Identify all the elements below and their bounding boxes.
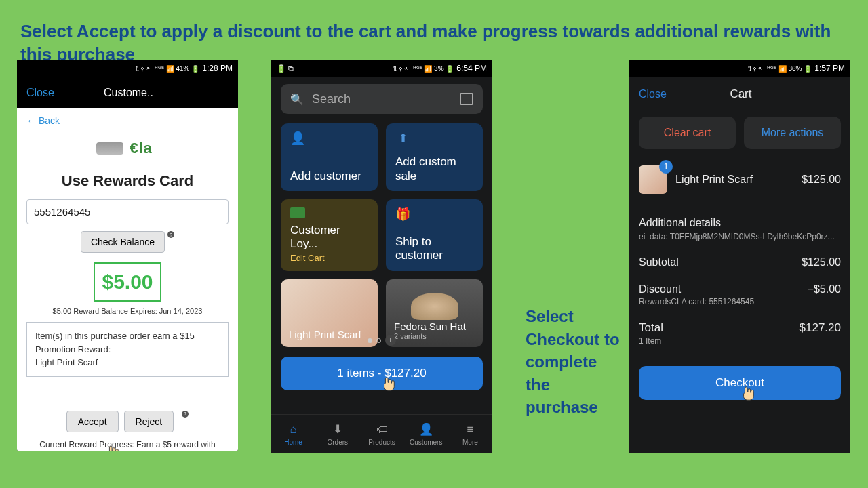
more-actions-button[interactable]: More actions — [744, 117, 841, 149]
tile-sublabel: Edit Cart — [290, 253, 368, 263]
discount-detail: RewardsCLA card: 5551264545 — [639, 297, 754, 306]
add-customer-tile[interactable]: 👤 Add customer — [281, 123, 378, 191]
details-value: ei_data: T0FFMjp8M2NMID0MSs-LDylh9beKcPp… — [639, 232, 841, 241]
cart-line-item[interactable]: 1 Light Print Scarf $125.00 — [639, 165, 841, 194]
nav-more[interactable]: ≡More — [448, 415, 492, 453]
page-dots[interactable]: + — [368, 335, 396, 346]
cart-header: Close Cart — [639, 77, 841, 111]
subtotal-row: Subtotal $125.00 — [639, 256, 841, 268]
help-icon[interactable]: ? — [167, 231, 174, 238]
more-icon: ≡ — [467, 423, 473, 436]
status-icons: ⇅ ⚲ ᯤ ᴴᴳᴱ 📶 36% 🔋 — [748, 65, 812, 73]
check-balance-button[interactable]: Check Balance — [81, 231, 165, 253]
hat-image — [411, 293, 458, 320]
reject-button[interactable]: Reject — [124, 411, 174, 432]
nav-orders[interactable]: ⬇Orders — [315, 415, 359, 453]
clear-cart-button[interactable]: Clear cart — [639, 117, 736, 149]
customer-loyalty-tile[interactable]: Customer Loy... Edit Cart — [281, 199, 378, 271]
card-number-input[interactable]: 5551264545 — [26, 199, 229, 224]
product-name: Light Print Scarf — [289, 329, 370, 340]
total-value: $127.20 — [800, 321, 841, 335]
cart-phone: ⇅ ⚲ ᯤ ᴴᴳᴱ 📶 36% 🔋 1:57 PM Close Cart Cle… — [629, 60, 850, 453]
bottom-nav: ⌂Home ⬇Orders 🏷Products 👤Customers ≡More — [271, 414, 492, 453]
total-row: Total 1 Item $127.20 — [639, 321, 841, 346]
app-header: Close Custome.. — [17, 77, 238, 108]
item-name: Light Print Scarf — [675, 174, 793, 186]
dot-icon — [376, 338, 381, 343]
status-bar: ⇅ ⚲ ᯤ ᴴᴳᴱ 📶 41% 🔋 1:28 PM — [17, 60, 238, 77]
nav-customers[interactable]: 👤Customers — [404, 415, 448, 453]
close-button[interactable]: Close — [26, 87, 54, 99]
status-icons: ⇅ ⚲ ᯤ ᴴᴳᴱ 📶 3% 🔋 — [393, 65, 454, 73]
dot-icon — [368, 338, 372, 343]
cart-body: Close Cart Clear cart More actions 1 Lig… — [629, 77, 850, 453]
total-sub: 1 Item — [639, 336, 663, 346]
tile-label: Add customer — [290, 169, 368, 183]
loyalty-icon — [290, 207, 305, 218]
details-label: Additional details — [639, 217, 841, 229]
checkout-label: Checkout — [715, 376, 764, 390]
add-custom-sale-tile[interactable]: ⬆ Add custom sale — [386, 123, 483, 191]
promo-box: Item(s) in this purchase order earn a $1… — [26, 322, 229, 377]
status-time: 6:54 PM — [456, 64, 487, 73]
status-time: 1:28 PM — [202, 64, 233, 73]
pos-body: 🔍 Search 👤 Add customer ⬆ Add custom sal… — [271, 77, 492, 453]
pos-home-phone: 🔋 ⧉ ⇅ ⚲ ᯤ ᴴᴳᴱ 📶 3% 🔋 6:54 PM 🔍 Search 👤 … — [271, 60, 492, 453]
help-icon[interactable]: ? — [182, 411, 189, 418]
status-bar: ⇅ ⚲ ᯤ ᴴᴳᴱ 📶 36% 🔋 1:57 PM — [629, 60, 850, 77]
product-name: Fedora Sun Hat — [394, 321, 475, 332]
search-placeholder: Search — [312, 92, 452, 106]
status-bar: 🔋 ⧉ ⇅ ⚲ ᯤ ᴴᴳᴱ 📶 3% 🔋 6:54 PM — [271, 60, 492, 77]
product-tile-hat[interactable]: Fedora Sun Hat 2 variants — [386, 279, 483, 347]
progress-text: Current Reward Progress: Earn a $5 rewar… — [17, 439, 238, 451]
customers-icon: 👤 — [419, 422, 433, 436]
discount-label: Discount — [639, 283, 754, 296]
tile-label: Add custom sale — [395, 155, 473, 183]
nav-products[interactable]: 🏷Products — [359, 415, 403, 453]
balance-display: $5.00 — [94, 262, 161, 302]
accept-button[interactable]: Accept — [66, 411, 119, 432]
gift-icon: 🎁 — [395, 207, 410, 221]
home-icon: ⌂ — [290, 423, 296, 436]
logo-row: €la — [17, 136, 238, 161]
promo-text: Item(s) in this purchase order earn a $1… — [35, 329, 220, 356]
nav-home[interactable]: ⌂Home — [271, 415, 315, 453]
quantity-badge: 1 — [659, 160, 673, 174]
products-icon: 🏷 — [376, 423, 388, 436]
barcode-scan-icon[interactable] — [460, 93, 473, 105]
subtotal-value: $125.00 — [802, 256, 841, 268]
search-icon: 🔍 — [290, 93, 304, 106]
side-instruction: Select Checkout to complete the purchase — [526, 305, 620, 419]
discount-value: −$5.00 — [808, 283, 841, 296]
balance-expiry: $5.00 Reward Balance Expires: Jun 14, 20… — [17, 307, 238, 315]
search-bar[interactable]: 🔍 Search — [281, 84, 483, 114]
close-button[interactable]: Close — [639, 88, 667, 100]
orders-icon: ⬇ — [333, 422, 342, 436]
header-title: Custome.. — [54, 87, 203, 99]
add-page-icon[interactable]: + — [385, 335, 396, 346]
rewards-phone: ⇅ ⚲ ᯤ ᴴᴳᴱ 📶 41% 🔋 1:28 PM Close Custome.… — [17, 60, 238, 451]
ship-to-customer-tile[interactable]: 🎁 Ship to customer — [386, 199, 483, 271]
discount-row[interactable]: Discount RewardsCLA card: 5551264545 −$5… — [639, 283, 841, 306]
tile-label: Ship to customer — [395, 235, 473, 263]
banner-text: 1 items - $127.20 — [337, 367, 426, 380]
status-time: 1:57 PM — [814, 64, 845, 73]
upload-icon: ⬆ — [395, 131, 410, 145]
cart-summary-button[interactable]: 1 items - $127.20 — [281, 357, 483, 390]
rewards-body: Back €la Use Rewards Card 5551264545 Che… — [17, 108, 238, 451]
checkout-button[interactable]: Checkout — [639, 366, 841, 400]
cart-title: Cart — [667, 87, 815, 101]
back-link[interactable]: Back — [17, 108, 238, 133]
promo-item: Light Print Scarf — [35, 356, 220, 369]
status-icons: ⇅ ⚲ ᯤ ᴴᴳᴱ 📶 41% 🔋 — [136, 65, 200, 73]
additional-details[interactable]: Additional details ei_data: T0FFMjp8M2NM… — [639, 217, 841, 241]
product-variants: 2 variants — [394, 332, 475, 340]
subtotal-label: Subtotal — [639, 256, 679, 268]
tile-label: Customer Loy... — [290, 224, 368, 251]
status-left: 🔋 ⧉ — [277, 64, 294, 73]
person-icon: 👤 — [290, 131, 305, 145]
total-label: Total — [639, 321, 663, 335]
item-thumbnail: 1 — [639, 165, 667, 194]
rewards-heading: Use Rewards Card — [17, 172, 238, 190]
product-tile-scarf[interactable]: Light Print Scarf — [281, 279, 378, 347]
